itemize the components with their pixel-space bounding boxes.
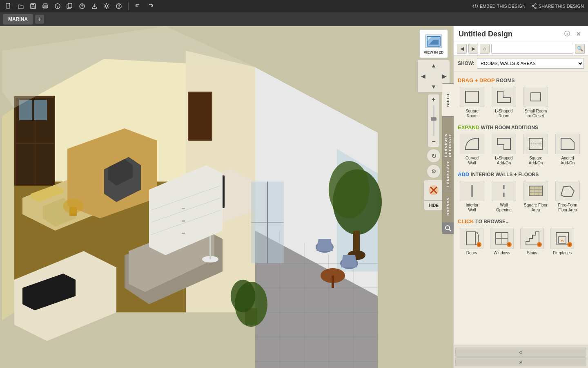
svg-point-59 <box>329 161 370 218</box>
interior-wall-icon <box>460 181 484 201</box>
export-icon[interactable] <box>90 2 99 11</box>
canvas-area[interactable]: VIEW IN 2D ▲ ◀ ▶ ▼ + − <box>0 26 453 368</box>
svg-marker-65 <box>341 255 357 267</box>
view-2d-button[interactable]: VIEW IN 2D <box>419 29 448 58</box>
fireplaces-label: Fireplaces <box>553 251 572 255</box>
doors-item[interactable]: Doors <box>458 228 486 255</box>
room-illustration <box>0 26 453 368</box>
browse-section: CLICK TO BROWSE... <box>458 218 584 255</box>
square-addon-item[interactable]: SquareAdd-On <box>521 134 550 166</box>
freeform-floor-label: Free-FormFloor Area <box>558 203 577 213</box>
interior-title: ADD INTERIOR WALLS + FLOORS <box>458 171 584 177</box>
panel-back-button[interactable]: ◀ <box>457 44 467 54</box>
zoom-out-button[interactable]: − <box>432 138 435 145</box>
panel-header: Untitled Design ⓘ ✕ <box>454 26 588 42</box>
panel-home-button[interactable]: ⌂ <box>480 44 490 54</box>
drag-rooms-grid: SquareRoom L-ShapedRoom <box>458 87 584 119</box>
panel-forward-button[interactable]: ▶ <box>468 44 478 54</box>
freeform-floor-item[interactable]: Free-FormFloor Area <box>553 181 582 213</box>
gear-button[interactable]: ⚙ <box>427 164 441 178</box>
help-icon[interactable]: ? <box>114 2 123 11</box>
small-room-icon <box>523 87 548 107</box>
zoom-in-button[interactable]: + <box>432 96 435 103</box>
panel-info-icon[interactable]: ⓘ <box>563 29 572 38</box>
panel-title: Untitled Design <box>459 30 512 38</box>
svg-text:i: i <box>57 4 58 9</box>
hide-container: HIDE <box>423 180 444 210</box>
nav-left-button[interactable]: ◀ <box>418 71 428 81</box>
open-icon[interactable] <box>16 2 25 11</box>
undo-icon[interactable] <box>134 2 143 11</box>
settings-icon[interactable] <box>102 2 111 11</box>
svg-rect-5 <box>44 4 47 5</box>
add-tab-button[interactable]: + <box>35 15 44 24</box>
stairs-dot <box>537 242 542 247</box>
curved-wall-item[interactable]: CurvedWall <box>458 134 486 166</box>
rotate-button[interactable]: ↻ <box>427 149 441 163</box>
windows-item[interactable]: Windows <box>488 228 516 255</box>
svg-point-16 <box>535 7 537 9</box>
nav-up-button[interactable]: ▲ <box>428 60 439 71</box>
side-tabs: BUILD FURNISH & DECORATE LANDSCAPE BRAND… <box>442 83 454 234</box>
print-icon[interactable] <box>41 2 50 11</box>
panel-header-icons: ⓘ ✕ <box>563 29 583 38</box>
svg-marker-63 <box>316 239 333 251</box>
curved-wall-icon <box>460 134 484 154</box>
new-icon[interactable] <box>4 2 13 11</box>
square-room-item[interactable]: SquareRoom <box>458 87 486 119</box>
fireplaces-item[interactable]: Fireplaces <box>548 228 576 255</box>
panel-search-button[interactable]: 🔍 <box>575 44 585 54</box>
svg-point-98 <box>445 226 450 230</box>
redo-icon[interactable] <box>146 2 155 11</box>
nav-down-button[interactable]: ▼ <box>428 81 439 92</box>
freeform-floor-icon <box>555 181 580 201</box>
svg-point-73 <box>231 280 255 312</box>
svg-rect-10 <box>68 3 72 8</box>
topbar-left: i ? <box>4 2 155 11</box>
svg-rect-81 <box>182 220 185 222</box>
marina-tab[interactable]: MARINA <box>3 14 33 25</box>
svg-rect-80 <box>182 208 185 209</box>
interior-grid: InteriorWall WallOpening <box>458 181 584 213</box>
svg-text:?: ? <box>118 4 120 9</box>
panel-close-icon[interactable]: ✕ <box>574 29 583 38</box>
zoom-track[interactable] <box>433 105 434 136</box>
small-room-item[interactable]: Small Roomor Closet <box>521 87 550 119</box>
share-button[interactable]: SHARE THIS DESIGN <box>531 3 584 9</box>
l-shaped-addon-item[interactable]: L-ShapedAdd-On <box>490 134 518 166</box>
show-select[interactable]: ROOMS, WALLS & AREAS FURNITURE ALL <box>477 58 584 69</box>
angled-addon-item[interactable]: AngledAdd-On <box>553 134 582 166</box>
l-shaped-room-item[interactable]: L-ShapedRoom <box>490 87 518 119</box>
furnish-tab[interactable]: FURNISH & DECORATE <box>442 116 454 157</box>
zoom-handle[interactable] <box>431 117 437 121</box>
pages-icon[interactable] <box>65 2 74 11</box>
angled-addon-label: AngledAdd-On <box>561 156 575 166</box>
brands-tab[interactable]: BRANDS <box>442 190 454 222</box>
wall-opening-label: WallOpening <box>496 203 512 213</box>
panel-expand-button[interactable]: » <box>455 357 586 366</box>
nav-empty-bl <box>418 81 428 92</box>
panel-search-input[interactable] <box>491 44 573 54</box>
embed-button[interactable]: EMBED THIS DESIGN <box>472 3 526 9</box>
panel-content[interactable]: DRAG + DROP ROOMS SquareRoom <box>454 72 588 346</box>
hide-button[interactable]: HIDE <box>423 200 444 210</box>
square-floor-item[interactable]: Square FloorArea <box>521 181 550 213</box>
svg-rect-28 <box>16 144 35 185</box>
nav-right-button[interactable]: ▶ <box>439 71 450 81</box>
nav-center <box>428 71 439 81</box>
save-icon[interactable] <box>29 2 38 11</box>
stairs-item[interactable]: Stairs <box>518 228 546 255</box>
publish-icon[interactable] <box>78 2 87 11</box>
interior-wall-item[interactable]: InteriorWall <box>458 181 486 213</box>
doors-icon <box>460 228 483 249</box>
info-icon[interactable]: i <box>53 2 62 11</box>
panel-nav: ◀ ▶ ⌂ 🔍 <box>454 42 588 56</box>
svg-rect-3 <box>32 6 34 8</box>
windows-dot <box>507 242 512 247</box>
search-tab[interactable] <box>442 222 454 234</box>
build-tab[interactable]: BUILD <box>442 83 454 116</box>
landscape-tab[interactable]: LANDSCAPE <box>442 157 454 190</box>
panel-collapse-button[interactable]: « <box>455 348 586 357</box>
wall-opening-item[interactable]: WallOpening <box>490 181 518 213</box>
svg-rect-29 <box>36 144 54 185</box>
